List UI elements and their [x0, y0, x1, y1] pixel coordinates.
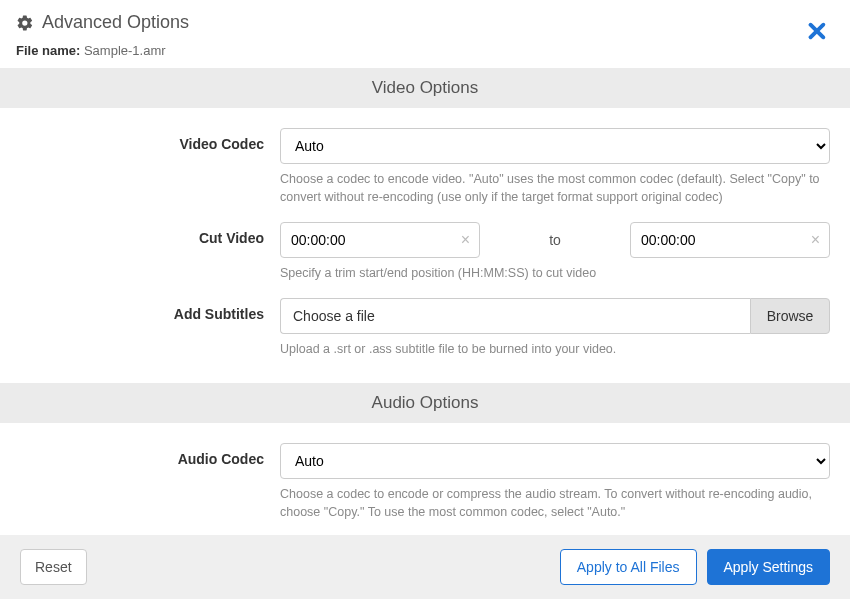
filename-row: File name: Sample-1.amr — [16, 43, 834, 58]
options-scroll-area[interactable]: Video Options Video Codec Auto Choose a … — [0, 68, 850, 535]
gear-icon — [16, 14, 34, 32]
audio-codec-help: Choose a codec to encode or compress the… — [280, 485, 830, 521]
cut-end-input[interactable] — [630, 222, 830, 258]
browse-button[interactable]: Browse — [750, 298, 830, 334]
video-codec-help: Choose a codec to encode video. "Auto" u… — [280, 170, 830, 206]
modal-header: Advanced Options File name: Sample-1.amr — [0, 0, 850, 68]
cut-start-input[interactable] — [280, 222, 480, 258]
video-codec-label: Video Codec — [0, 128, 280, 206]
subtitle-file-input[interactable]: Choose a file — [280, 298, 750, 334]
clear-start-icon[interactable]: × — [461, 232, 470, 248]
cut-video-help: Specify a trim start/end position (HH:MM… — [280, 264, 830, 282]
audio-codec-label: Audio Codec — [0, 443, 280, 521]
audio-options-header: Audio Options — [0, 383, 850, 423]
modal-footer: Reset Apply to All Files Apply Settings — [0, 535, 850, 599]
clear-end-icon[interactable]: × — [811, 232, 820, 248]
audio-codec-select[interactable]: Auto — [280, 443, 830, 479]
cut-to-label: to — [492, 232, 618, 248]
video-options-header: Video Options — [0, 68, 850, 108]
apply-all-button[interactable]: Apply to All Files — [560, 549, 697, 585]
video-codec-select[interactable]: Auto — [280, 128, 830, 164]
filename-value: Sample-1.amr — [84, 43, 166, 58]
subtitles-help: Upload a .srt or .ass subtitle file to b… — [280, 340, 830, 358]
advanced-options-modal: Advanced Options File name: Sample-1.amr… — [0, 0, 850, 599]
modal-title: Advanced Options — [42, 12, 189, 33]
close-icon[interactable] — [806, 20, 828, 46]
add-subtitles-label: Add Subtitles — [0, 298, 280, 358]
filename-label: File name: — [16, 43, 80, 58]
cut-video-label: Cut Video — [0, 222, 280, 282]
apply-settings-button[interactable]: Apply Settings — [707, 549, 831, 585]
reset-button[interactable]: Reset — [20, 549, 87, 585]
